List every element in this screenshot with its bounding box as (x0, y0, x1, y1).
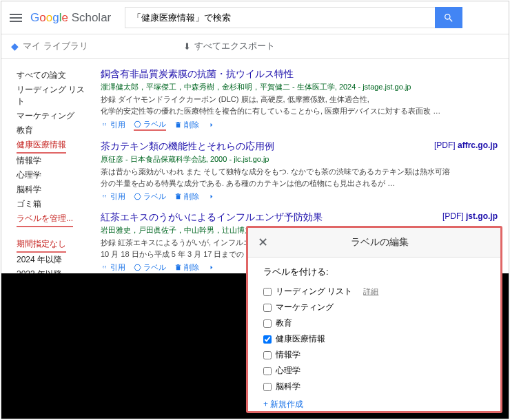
sidebar-item[interactable]: マーケティング (17, 109, 74, 123)
label-name: 情報学 (276, 349, 300, 361)
sidebar-item[interactable]: 脳科学 (17, 182, 41, 197)
label-action[interactable]: ラベル (134, 191, 166, 202)
sidebar-date-header[interactable]: 期間指定なし (17, 237, 66, 253)
modal-title: ラベルの編集 (268, 236, 491, 249)
label-checkbox[interactable] (263, 319, 272, 328)
label-row[interactable]: 心理学 (263, 363, 485, 379)
label-name: 心理学 (276, 365, 300, 377)
pdf-link[interactable]: [PDF] affrc.go.jp (434, 140, 498, 150)
close-icon[interactable]: ✕ (258, 235, 268, 250)
sidebar-item[interactable]: すべての論文 (17, 68, 66, 83)
pdf-link[interactable]: [PDF] jst.go.jp (442, 211, 498, 221)
delete-action[interactable]: 削除 (174, 191, 199, 202)
label-name: リーディング リスト (276, 286, 352, 297)
cite-action[interactable]: 引用 (101, 262, 125, 273)
modal-subtitle: ラベルを付ける: (263, 266, 485, 278)
label-row[interactable]: リーディング リスト詳細 (263, 284, 485, 300)
label-edit-modal: ✕ ラベルの編集 ラベルを付ける: リーディング リスト詳細マーケティング教育健… (246, 226, 502, 413)
label-action[interactable]: ラベル (134, 262, 166, 273)
search-button[interactable] (435, 7, 462, 28)
result-snippet: 分の半量を占める特異な成分である. ある種のカテキンは他の植物にも見出されるが … (101, 178, 502, 189)
more-action[interactable] (207, 262, 215, 273)
label-row[interactable]: 健康医療情報 (263, 331, 485, 347)
label-row[interactable]: 脳科学 (263, 379, 485, 395)
label-checkbox[interactable] (263, 351, 272, 359)
result-actions: 引用ラベル削除 (101, 191, 502, 202)
new-label-button[interactable]: + 新規作成 (263, 399, 485, 410)
result-title[interactable]: 紅茶エキスのうがいによるインフルエンザ予防効果 (101, 211, 502, 224)
label-name: 脳科学 (276, 381, 300, 392)
logo-text: Scholar (72, 11, 112, 24)
delete-action[interactable]: 削除 (174, 262, 199, 273)
result: [PDF] affrc.go.jp茶カテキン類の機能性とそれらの応用例原征彦 -… (101, 140, 502, 202)
result-snippet: 化学的安定性等の優れた医療特性を複合的に有していることから, 医療用デバイスに対… (101, 105, 502, 117)
label-name: 健康医療情報 (276, 333, 325, 345)
detail-link[interactable]: 詳細 (363, 286, 378, 297)
sidebar-item[interactable]: 情報学 (17, 154, 41, 168)
library-icon: ◆ (11, 41, 19, 52)
sidebar-item[interactable]: 心理学 (17, 168, 41, 182)
download-icon: ⬇ (183, 41, 191, 52)
label-row[interactable]: 情報学 (263, 347, 485, 363)
result-meta: 原征彦 - 日本食品保蔵科学会誌, 2000 - jlc.jst.go.jp (101, 154, 502, 165)
export-all[interactable]: ⬇すべてエクスポート (183, 40, 275, 52)
more-action[interactable] (207, 191, 215, 202)
sidebar-date-item[interactable]: 2024 年以降 (17, 253, 62, 267)
sidebar-item[interactable]: 健康医療情報 (17, 138, 66, 154)
sidebar-item[interactable]: ラベルを管理... (17, 211, 73, 227)
label-checkbox[interactable] (263, 367, 272, 375)
label-row[interactable]: マーケティング (263, 300, 485, 315)
cite-action[interactable]: 引用 (101, 119, 125, 131)
cite-action[interactable]: 引用 (101, 191, 125, 202)
more-action[interactable] (207, 119, 215, 131)
sidebar-item[interactable]: 教育 (17, 123, 33, 138)
sidebar-item[interactable]: ゴミ箱 (17, 197, 41, 211)
hamburger-menu[interactable] (10, 14, 22, 22)
label-checkbox[interactable] (263, 383, 272, 391)
logo: Google Scholar (30, 11, 111, 25)
result-title[interactable]: 銅含有非晶質炭素膜の抗菌・抗ウイルス特性 (101, 68, 502, 81)
sidebar-item[interactable]: リーディング リスト (17, 83, 91, 109)
result-actions: 引用ラベル削除 (101, 119, 502, 131)
library-title: ◆マイ ライブラリ (11, 40, 88, 52)
label-checkbox[interactable] (263, 335, 272, 344)
label-checkbox[interactable] (263, 304, 272, 312)
result-snippet: 抄録 ダイヤモンドライクカーボン (DLC) 膜は, 高硬度, 低摩擦係数, 生… (101, 94, 502, 105)
search-icon (443, 12, 454, 23)
delete-action[interactable]: 削除 (174, 119, 199, 131)
result-meta: 瀧澤健太郎，平塚傑工，中森秀樹，金杉和明，平賀健二 - 生体医工学, 2024 … (101, 82, 502, 92)
label-checkbox[interactable] (263, 288, 272, 296)
result: 銅含有非晶質炭素膜の抗菌・抗ウイルス特性瀧澤健太郎，平塚傑工，中森秀樹，金杉和明… (101, 68, 502, 131)
label-row[interactable]: 教育 (263, 315, 485, 331)
label-name: マーケティング (276, 302, 334, 313)
search-input[interactable] (125, 7, 435, 28)
label-name: 教育 (276, 317, 292, 329)
result-snippet: 茶は昔から薬効がいわれ また そして独特な成分をもつ. なかでも茶の渋味であるカ… (101, 166, 502, 178)
label-action[interactable]: ラベル (134, 119, 166, 131)
